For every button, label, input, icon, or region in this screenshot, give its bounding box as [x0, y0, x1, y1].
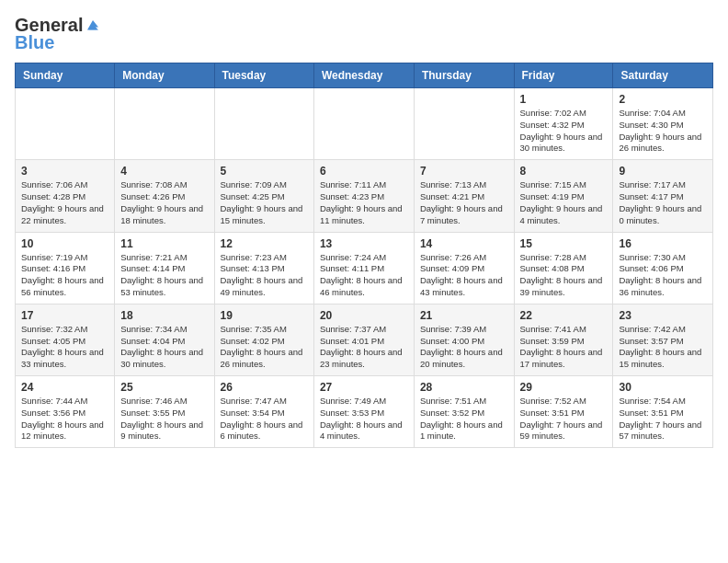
day-info: Sunrise: 7:47 AMSunset: 3:54 PMDaylight:… [221, 396, 308, 442]
weekday-header-wednesday: Wednesday [313, 63, 414, 88]
day-info: Sunrise: 7:37 AMSunset: 4:01 PMDaylight:… [320, 324, 408, 371]
calendar-cell [214, 88, 313, 160]
weekday-header-saturday: Saturday [613, 63, 713, 88]
calendar-cell [313, 88, 414, 160]
day-number: 25 [120, 381, 208, 394]
calendar-cell: 1Sunrise: 7:02 AMSunset: 4:32 PMDaylight… [514, 88, 613, 160]
calendar-cell: 5Sunrise: 7:09 AMSunset: 4:25 PMDaylight… [214, 160, 313, 232]
day-number: 27 [320, 381, 408, 394]
calendar-cell: 25Sunrise: 7:46 AMSunset: 3:55 PMDayligh… [115, 376, 214, 448]
logo-blue-text: Blue [15, 32, 54, 52]
day-info: Sunrise: 7:09 AMSunset: 4:25 PMDaylight:… [221, 179, 308, 226]
day-number: 19 [221, 309, 308, 322]
day-number: 15 [520, 237, 608, 250]
day-number: 22 [520, 309, 608, 322]
day-info: Sunrise: 7:19 AMSunset: 4:16 PMDaylight:… [21, 252, 108, 299]
calendar-cell: 10Sunrise: 7:19 AMSunset: 4:16 PMDayligh… [16, 232, 115, 304]
page-header: General Blue [15, 15, 713, 53]
calendar-cell: 19Sunrise: 7:35 AMSunset: 4:02 PMDayligh… [214, 304, 313, 375]
day-info: Sunrise: 7:49 AMSunset: 3:53 PMDaylight:… [320, 396, 408, 442]
day-info: Sunrise: 7:28 AMSunset: 4:08 PMDaylight:… [520, 252, 608, 299]
calendar-cell: 28Sunrise: 7:51 AMSunset: 3:52 PMDayligh… [414, 376, 514, 448]
calendar-cell: 6Sunrise: 7:11 AMSunset: 4:23 PMDaylight… [313, 160, 414, 232]
calendar-cell: 23Sunrise: 7:42 AMSunset: 3:57 PMDayligh… [613, 304, 713, 375]
day-number: 28 [420, 381, 508, 394]
day-number: 4 [120, 165, 208, 178]
calendar-cell: 30Sunrise: 7:54 AMSunset: 3:51 PMDayligh… [613, 376, 713, 448]
calendar-cell: 4Sunrise: 7:08 AMSunset: 4:26 PMDaylight… [115, 160, 214, 232]
day-number: 14 [420, 237, 508, 250]
day-info: Sunrise: 7:08 AMSunset: 4:26 PMDaylight:… [120, 179, 208, 226]
day-info: Sunrise: 7:23 AMSunset: 4:13 PMDaylight:… [221, 252, 308, 299]
day-info: Sunrise: 7:51 AMSunset: 3:52 PMDaylight:… [420, 396, 508, 442]
calendar-cell [16, 88, 115, 160]
day-number: 12 [221, 237, 308, 250]
day-number: 1 [520, 93, 608, 106]
calendar-cell: 14Sunrise: 7:26 AMSunset: 4:09 PMDayligh… [414, 232, 514, 304]
calendar-body: 1Sunrise: 7:02 AMSunset: 4:32 PMDaylight… [16, 88, 713, 448]
calendar-cell: 27Sunrise: 7:49 AMSunset: 3:53 PMDayligh… [313, 376, 414, 448]
day-info: Sunrise: 7:02 AMSunset: 4:32 PMDaylight:… [520, 108, 608, 155]
calendar-cell: 18Sunrise: 7:34 AMSunset: 4:04 PMDayligh… [115, 304, 214, 375]
calendar-cell: 17Sunrise: 7:32 AMSunset: 4:05 PMDayligh… [16, 304, 115, 375]
day-info: Sunrise: 7:15 AMSunset: 4:19 PMDaylight:… [520, 179, 608, 226]
calendar-cell: 13Sunrise: 7:24 AMSunset: 4:11 PMDayligh… [313, 232, 414, 304]
day-info: Sunrise: 7:11 AMSunset: 4:23 PMDaylight:… [320, 179, 408, 226]
calendar-cell: 20Sunrise: 7:37 AMSunset: 4:01 PMDayligh… [313, 304, 414, 375]
day-number: 5 [221, 165, 308, 178]
day-number: 21 [420, 309, 508, 322]
day-info: Sunrise: 7:39 AMSunset: 4:00 PMDaylight:… [420, 324, 508, 371]
calendar-week-4: 17Sunrise: 7:32 AMSunset: 4:05 PMDayligh… [16, 304, 713, 375]
calendar-week-2: 3Sunrise: 7:06 AMSunset: 4:28 PMDaylight… [16, 160, 713, 232]
day-info: Sunrise: 7:46 AMSunset: 3:55 PMDaylight:… [120, 396, 208, 442]
calendar-cell: 8Sunrise: 7:15 AMSunset: 4:19 PMDaylight… [514, 160, 613, 232]
day-info: Sunrise: 7:13 AMSunset: 4:21 PMDaylight:… [420, 179, 508, 226]
day-info: Sunrise: 7:30 AMSunset: 4:06 PMDaylight:… [619, 252, 707, 299]
day-number: 29 [520, 381, 608, 394]
calendar-cell: 7Sunrise: 7:13 AMSunset: 4:21 PMDaylight… [414, 160, 514, 232]
day-info: Sunrise: 7:32 AMSunset: 4:05 PMDaylight:… [21, 324, 108, 371]
day-info: Sunrise: 7:06 AMSunset: 4:28 PMDaylight:… [21, 179, 108, 226]
day-number: 23 [619, 309, 707, 322]
calendar-cell: 24Sunrise: 7:44 AMSunset: 3:56 PMDayligh… [16, 376, 115, 448]
calendar-cell [414, 88, 514, 160]
calendar-cell: 11Sunrise: 7:21 AMSunset: 4:14 PMDayligh… [115, 232, 214, 304]
weekday-header-friday: Friday [514, 63, 613, 88]
day-info: Sunrise: 7:35 AMSunset: 4:02 PMDaylight:… [221, 324, 308, 371]
calendar-cell: 21Sunrise: 7:39 AMSunset: 4:00 PMDayligh… [414, 304, 514, 375]
day-info: Sunrise: 7:44 AMSunset: 3:56 PMDaylight:… [21, 396, 108, 442]
day-number: 10 [21, 237, 108, 250]
calendar-cell: 12Sunrise: 7:23 AMSunset: 4:13 PMDayligh… [214, 232, 313, 304]
calendar-cell [115, 88, 214, 160]
day-number: 26 [221, 381, 308, 394]
day-number: 2 [619, 93, 707, 106]
logo: General Blue [15, 15, 101, 53]
day-number: 8 [520, 165, 608, 178]
day-number: 13 [320, 237, 408, 250]
day-info: Sunrise: 7:21 AMSunset: 4:14 PMDaylight:… [120, 252, 208, 299]
day-number: 30 [619, 381, 707, 394]
day-number: 11 [120, 237, 208, 250]
weekday-row: SundayMondayTuesdayWednesdayThursdayFrid… [16, 63, 713, 88]
day-info: Sunrise: 7:42 AMSunset: 3:57 PMDaylight:… [619, 324, 707, 371]
calendar-cell: 29Sunrise: 7:52 AMSunset: 3:51 PMDayligh… [514, 376, 613, 448]
weekday-header-monday: Monday [115, 63, 214, 88]
calendar-week-5: 24Sunrise: 7:44 AMSunset: 3:56 PMDayligh… [16, 376, 713, 448]
calendar-cell: 2Sunrise: 7:04 AMSunset: 4:30 PMDaylight… [613, 88, 713, 160]
calendar-cell: 15Sunrise: 7:28 AMSunset: 4:08 PMDayligh… [514, 232, 613, 304]
calendar-week-1: 1Sunrise: 7:02 AMSunset: 4:32 PMDaylight… [16, 88, 713, 160]
day-number: 20 [320, 309, 408, 322]
day-info: Sunrise: 7:41 AMSunset: 3:59 PMDaylight:… [520, 324, 608, 371]
calendar-header: SundayMondayTuesdayWednesdayThursdayFrid… [16, 63, 713, 88]
day-info: Sunrise: 7:34 AMSunset: 4:04 PMDaylight:… [120, 324, 208, 371]
day-number: 9 [619, 165, 707, 178]
day-number: 6 [320, 165, 408, 178]
day-number: 16 [619, 237, 707, 250]
day-info: Sunrise: 7:04 AMSunset: 4:30 PMDaylight:… [619, 108, 707, 155]
calendar-cell: 3Sunrise: 7:06 AMSunset: 4:28 PMDaylight… [16, 160, 115, 232]
calendar-cell: 9Sunrise: 7:17 AMSunset: 4:17 PMDaylight… [613, 160, 713, 232]
day-number: 7 [420, 165, 508, 178]
logo-icon [85, 17, 101, 34]
weekday-header-thursday: Thursday [414, 63, 514, 88]
day-number: 18 [120, 309, 208, 322]
